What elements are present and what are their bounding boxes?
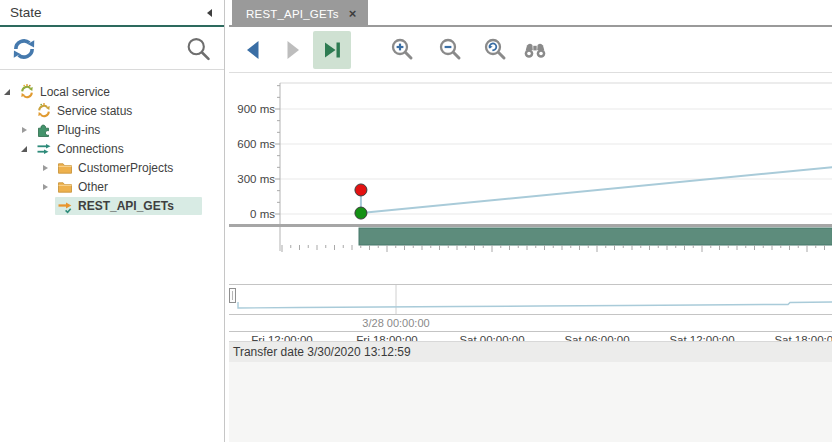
status-bar: Transfer date 3/30/2020 13:12:59 [229, 341, 832, 362]
tree-item-label: Connections [57, 142, 124, 156]
overview-line [238, 302, 832, 308]
magnifier-reset-icon [482, 37, 508, 63]
service-icon [19, 84, 38, 100]
plugins-icon [36, 122, 55, 138]
chart-toolbar [229, 27, 832, 73]
zoom-out-button[interactable] [433, 33, 467, 67]
back-button[interactable] [237, 33, 271, 67]
expand-arrow-icon[interactable] [40, 165, 55, 171]
refresh-icon [10, 35, 38, 63]
expand-arrow-icon[interactable] [40, 184, 55, 190]
connections-icon [36, 141, 55, 157]
tree-item-label: Local service [40, 85, 110, 99]
tree-item-connections[interactable]: Connections [0, 139, 224, 158]
bottom-filler [229, 362, 832, 442]
skip-to-end-icon [319, 37, 345, 63]
tree-item-other[interactable]: Other [0, 177, 224, 196]
sidebar-toolbar [0, 27, 224, 70]
collapse-panel-button[interactable] [202, 6, 216, 20]
minimap-date-label: 3/28 00:00:00 [362, 317, 429, 329]
arrow-left-icon [241, 37, 267, 63]
sidebar: State Local serviceService s [0, 0, 225, 442]
folder-icon [57, 179, 76, 195]
collapse-arrow-icon[interactable] [2, 89, 17, 95]
tree-item-label: Plug-ins [57, 123, 100, 137]
tab-strip: REST_API_GETs × [229, 0, 832, 27]
tree-item-plug-ins[interactable]: Plug-ins [0, 120, 224, 139]
tree-item-service-status[interactable]: Service status [0, 101, 224, 120]
search-button[interactable] [184, 35, 212, 63]
expand-arrow-icon[interactable] [19, 127, 34, 133]
tab-close-button[interactable]: × [349, 7, 357, 20]
tree: Local serviceService statusPlug-insConne… [0, 70, 224, 215]
tree-item-label: REST_API_GETs [78, 199, 174, 213]
find-button[interactable] [518, 33, 552, 67]
magnifier-minus-icon [437, 37, 463, 63]
arrow-right-icon [279, 37, 305, 63]
collapse-arrow-icon[interactable] [19, 146, 34, 152]
main-chart-svg[interactable] [229, 80, 832, 280]
main-panel: REST_API_GETs × Fri 12:00:00Fri 18:00:00… [229, 0, 832, 442]
binoculars-icon [522, 37, 548, 63]
folder-icon [57, 160, 76, 176]
ok-marker [355, 207, 367, 219]
chevron-left-icon [207, 9, 212, 17]
tab-label: REST_API_GETs [246, 8, 339, 20]
y-tick-label: 900 ms [229, 101, 275, 117]
y-tick-label: 300 ms [229, 171, 275, 187]
tab-rest-api-gets[interactable]: REST_API_GETs × [232, 0, 368, 27]
response-time-line [361, 167, 832, 213]
minimap [229, 284, 832, 315]
tree-item-customerprojects[interactable]: CustomerProjects [0, 158, 224, 177]
minimap-label-band: 3/28 00:00:00 [229, 316, 832, 332]
status-text: Transfer date 3/30/2020 13:12:59 [229, 345, 411, 359]
tree-item-label: Other [78, 180, 108, 194]
tree-item-rest-api-gets[interactable]: REST_API_GETs [0, 196, 224, 215]
sidebar-title: State [10, 5, 202, 20]
range-handle[interactable] [229, 288, 236, 303]
forward-button[interactable] [275, 33, 309, 67]
tree-item-local-service[interactable]: Local service [0, 82, 224, 101]
activity-bar [359, 228, 832, 245]
minimap-svg[interactable] [229, 285, 832, 314]
sidebar-header: State [0, 0, 224, 27]
tree-item-label: CustomerProjects [78, 161, 173, 175]
chart-region: Fri 12:00:00Fri 18:00:00Sat 00:00:00Sat … [229, 75, 832, 280]
app-root: State Local serviceService s [0, 0, 832, 442]
status-icon [36, 103, 55, 119]
zoom-in-button[interactable] [385, 33, 419, 67]
rest-icon [57, 198, 76, 214]
y-tick-label: 600 ms [229, 136, 275, 152]
y-tick-label: 0 ms [229, 206, 275, 222]
refresh-button[interactable] [10, 35, 38, 63]
error-marker [355, 184, 367, 196]
magnifier-plus-icon [389, 37, 415, 63]
tree-item-label: Service status [57, 104, 132, 118]
go-to-end-button[interactable] [313, 31, 351, 69]
search-icon [184, 35, 212, 63]
zoom-reset-button[interactable] [478, 33, 512, 67]
